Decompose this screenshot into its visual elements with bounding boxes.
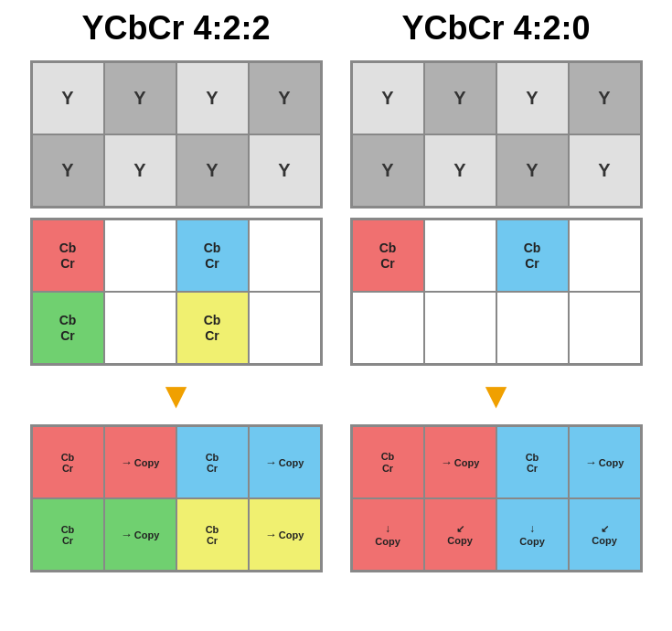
- result-cell-yellow: CbCr: [176, 498, 249, 571]
- arrow-right-icon: →: [121, 455, 133, 469]
- title-420: YCbCr 4:2:0: [401, 9, 590, 48]
- cbcr-cell-empty: [104, 219, 176, 292]
- copy-label: Copy: [519, 536, 545, 547]
- arrow-down-420: ▼: [478, 377, 515, 413]
- cbcr-cell-blue: CbCr: [496, 219, 569, 292]
- y-cell: Y: [176, 62, 249, 134]
- arrow-down-422: ▼: [158, 377, 195, 413]
- y-cell: Y: [104, 62, 176, 134]
- cbcr-cell-blue: CbCr: [176, 219, 249, 292]
- result-cell-green: CbCr: [32, 498, 104, 571]
- copy-label: Copy: [279, 457, 304, 468]
- cbcr-cell-red: CbCr: [32, 219, 104, 292]
- result-420-tr-copy: → Copy: [424, 426, 496, 498]
- arrow-right-icon: →: [585, 455, 597, 469]
- copy-label: Copy: [375, 536, 400, 547]
- result-cell-red-copy: → Copy: [104, 426, 176, 498]
- y-cell: Y: [249, 62, 321, 134]
- result-cell-green-copy: → Copy: [104, 498, 176, 571]
- copy-label: Copy: [447, 535, 473, 546]
- cbcr-cell-empty: [569, 219, 641, 292]
- result-cell-red: CbCr: [32, 426, 104, 498]
- y-cell: Y: [569, 62, 641, 134]
- arrow-right-icon: →: [121, 528, 133, 541]
- copy-label: Copy: [592, 535, 617, 546]
- cbcr-cell-empty: [424, 292, 496, 364]
- y-cell: Y: [569, 134, 641, 207]
- result-grid-420: CbCr → Copy CbCr → Copy ↓: [350, 424, 643, 572]
- result-420-bl-copy-down: ↓ Copy: [352, 498, 424, 571]
- result-420-blue-copy: → Copy: [569, 426, 641, 498]
- copy-label: Copy: [599, 457, 624, 468]
- cbcr-cell-empty: [424, 219, 496, 292]
- column-420: YCbCr 4:2:0 Y Y Y Y Y Y Y Y CbCr CbCr ▼: [350, 9, 643, 572]
- y-cell: Y: [496, 134, 569, 207]
- cbcr-cell-empty: [569, 292, 641, 364]
- result-420-br-copy-diag: ↙ Copy: [424, 498, 496, 571]
- cbcr-cell-green: CbCr: [32, 292, 104, 364]
- y-cell: Y: [32, 62, 104, 134]
- result-cell-blue: CbCr: [176, 426, 249, 498]
- cbcr-cell-yellow: CbCr: [176, 292, 249, 364]
- y-cell: Y: [424, 62, 496, 134]
- y-grid-422: Y Y Y Y Y Y Y Y: [30, 60, 323, 209]
- copy-label: Copy: [454, 457, 480, 468]
- result-cell-yellow-copy: → Copy: [249, 498, 321, 571]
- y-cell: Y: [352, 62, 424, 134]
- cbcr-cell-empty: [352, 292, 424, 364]
- column-422: YCbCr 4:2:2 Y Y Y Y Y Y Y Y CbCr CbCr Cb…: [30, 9, 323, 572]
- result-420-blue-br-copy: ↙ Copy: [569, 498, 641, 571]
- copy-label: Copy: [279, 529, 304, 540]
- y-cell: Y: [352, 134, 424, 207]
- cbcr-cell-red: CbCr: [352, 219, 424, 292]
- result-420-tl: CbCr: [352, 426, 424, 498]
- result-420-blue: CbCr: [496, 426, 569, 498]
- y-cell: Y: [496, 62, 569, 134]
- cbcr-cell-empty: [249, 292, 321, 364]
- title-422: YCbCr 4:2:2: [81, 9, 270, 48]
- y-grid-420: Y Y Y Y Y Y Y Y: [350, 60, 643, 209]
- arrow-right-icon: →: [265, 528, 277, 541]
- cbcr-grid-420: CbCr CbCr: [350, 218, 643, 366]
- cbcr-cell-empty: [496, 292, 569, 364]
- y-cell: Y: [424, 134, 496, 207]
- result-grid-422: CbCr → Copy CbCr → Copy CbCr: [30, 424, 323, 572]
- y-cell: Y: [104, 134, 176, 207]
- y-cell: Y: [32, 134, 104, 207]
- y-cell: Y: [176, 134, 249, 207]
- cbcr-cell-empty: [249, 219, 321, 292]
- arrow-right-icon: →: [441, 455, 453, 469]
- cbcr-grid-422: CbCr CbCr CbCr CbCr: [30, 218, 323, 366]
- copy-label: Copy: [134, 529, 160, 540]
- cbcr-cell-empty: [104, 292, 176, 364]
- result-420-blue-bl-copy: ↓ Copy: [496, 498, 569, 571]
- result-cell-blue-copy: → Copy: [249, 426, 321, 498]
- y-cell: Y: [249, 134, 321, 207]
- arrow-right-icon: →: [265, 455, 277, 469]
- copy-label: Copy: [134, 457, 160, 468]
- main-container: YCbCr 4:2:2 Y Y Y Y Y Y Y Y CbCr CbCr Cb…: [18, 9, 654, 572]
